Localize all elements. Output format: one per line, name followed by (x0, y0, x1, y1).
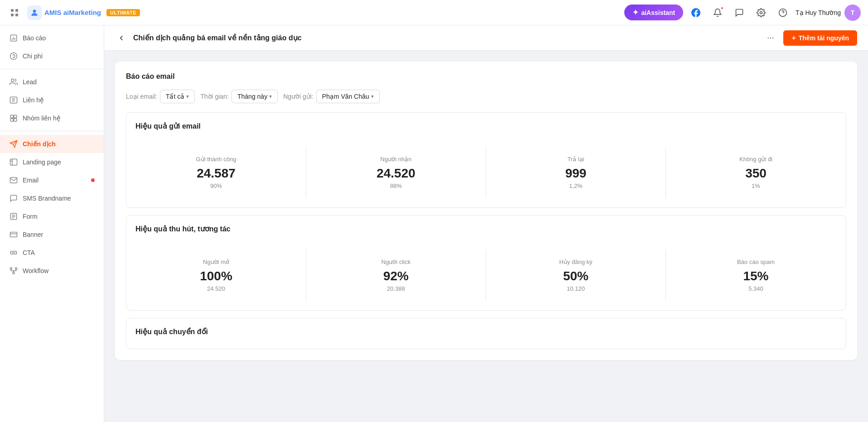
time-select[interactable]: Tháng này ▾ (231, 90, 278, 103)
send-section-title: Hiệu quả gửi email (126, 122, 846, 138)
sidebar-divider-2 (0, 131, 104, 131)
sidebar-item-form[interactable]: Form (0, 207, 104, 225)
svg-point-5 (760, 11, 762, 14)
sender-label: Người gửi: (283, 93, 313, 100)
svg-rect-22 (15, 268, 17, 269)
chat-icon[interactable] (732, 5, 747, 20)
sidebar-item-banner[interactable]: Banner (0, 225, 104, 244)
stat-nguoi-mo: Người mở 100% 24.520 (126, 249, 306, 301)
group-icon (9, 114, 18, 123)
stat-value-0: 24.587 (197, 166, 236, 181)
add-resource-button[interactable]: + Thêm tài nguyên (783, 30, 857, 46)
logo[interactable]: AMIS aiMarketing (27, 5, 101, 20)
email-badge (91, 178, 95, 182)
stat-nguoi-click: Người click 92% 20.388 (306, 249, 486, 301)
eng-sub-1: 20.388 (387, 285, 405, 292)
eng-value-1: 92% (383, 269, 409, 283)
sidebar-item-chi-phi[interactable]: Chi phí (0, 47, 104, 65)
grid-icon[interactable] (7, 5, 22, 20)
conversion-section: Hiệu quả chuyển đổi (126, 318, 846, 349)
stat-value-1: 24.520 (376, 166, 415, 181)
email-type-select[interactable]: Tất cả ▾ (160, 90, 195, 103)
stat-khong-gui-di: Không gửi đi 350 1% (666, 147, 846, 198)
sender-value: Phạm Văn Châu (322, 93, 369, 100)
sidebar-label-chien-dich: Chiến dịch (23, 140, 95, 148)
svg-rect-12 (10, 115, 13, 118)
sidebar-divider-1 (0, 69, 104, 69)
svg-point-25 (770, 37, 771, 38)
content-area: Báo cáo email Loại email: Tất cả ▾ Thời … (104, 51, 868, 371)
email-type-value: Tất cả (166, 93, 184, 100)
svg-point-4 (33, 10, 36, 13)
notification-badge (720, 6, 724, 10)
stat-label-3: Không gửi đi (739, 156, 772, 163)
settings-icon[interactable] (754, 5, 768, 20)
sidebar-item-landing-page[interactable]: Landing page (0, 153, 104, 171)
ai-assistant-button[interactable]: ✦ aiAssistant (624, 5, 683, 20)
back-button[interactable] (115, 32, 128, 44)
sidebar-label-workflow: Workflow (23, 267, 95, 274)
ai-btn-label: aiAssistant (641, 9, 675, 16)
stat-label-0: Gửi thành công (196, 156, 236, 163)
engagement-section: Hiệu quả thu hút, tương tác Người mở 100… (126, 215, 846, 311)
campaign-icon (9, 139, 18, 149)
send-effectiveness-section: Hiệu quả gửi email Gửi thành công 24.587… (126, 112, 846, 208)
chart-icon (9, 34, 18, 43)
stat-huy-dang-ky: Hủy đăng ký 50% 10.120 (486, 249, 666, 301)
page-title: Chiến dịch quảng bá email về nền tảng gi… (133, 34, 758, 42)
engagement-stats-grid: Người mở 100% 24.520 Người click 92% 20.… (126, 249, 846, 301)
sidebar-item-chien-dich[interactable]: Chiến dịch (0, 135, 104, 153)
sidebar-item-sms-brandname[interactable]: SMS Brandname (0, 189, 104, 207)
time-value: Tháng này (237, 93, 267, 100)
eng-sub-2: 10.120 (567, 285, 585, 292)
eng-sub-3: 5.340 (748, 285, 763, 292)
filter-email-type: Loại email: Tất cả ▾ (126, 90, 195, 103)
stat-sub-1: 88% (390, 182, 402, 189)
people-icon (9, 77, 18, 86)
logo-icon (27, 5, 42, 20)
eng-value-0: 100% (200, 269, 232, 283)
sms-icon (9, 194, 18, 203)
sidebar-label-chi-phi: Chi phí (23, 53, 95, 60)
sidebar-item-email[interactable]: Email (0, 171, 104, 189)
svg-rect-14 (10, 119, 13, 121)
report-card: Báo cáo email Loại email: Tất cả ▾ Thời … (115, 62, 857, 360)
svg-rect-19 (10, 232, 17, 237)
ai-icon: ✦ (632, 8, 638, 17)
eng-label-2: Hủy đăng ký (559, 259, 592, 265)
sidebar-item-lead[interactable]: Lead (0, 73, 104, 91)
sidebar-item-lien-he[interactable]: Liên hệ (0, 91, 104, 109)
sidebar-item-workflow[interactable]: Workflow (0, 262, 104, 280)
stat-value-2: 999 (565, 166, 587, 181)
notification-icon[interactable] (710, 5, 725, 20)
sidebar: Báo cáo Chi phí Lead Liên hệ (0, 25, 104, 422)
filters-bar: Loại email: Tất cả ▾ Thời gian: Tháng nà… (126, 90, 846, 103)
user-menu[interactable]: Tạ Huy Thường T (796, 5, 861, 21)
more-options-button[interactable] (763, 31, 778, 45)
svg-rect-13 (14, 115, 17, 118)
svg-point-10 (11, 79, 14, 82)
email-type-label: Loại email: (126, 93, 157, 100)
facebook-icon[interactable] (689, 5, 703, 20)
sidebar-item-cta[interactable]: CTA (0, 244, 104, 262)
stat-tra-lai: Trả lại 999 1,2% (486, 147, 666, 198)
stat-label-2: Trả lại (567, 156, 584, 163)
eng-label-1: Người click (381, 259, 410, 265)
brand-name: AMIS aiMarketing (44, 9, 101, 16)
add-btn-label: Thêm tài nguyên (799, 34, 849, 42)
time-label: Thời gian: (200, 93, 229, 100)
help-icon[interactable] (776, 5, 790, 20)
svg-point-26 (773, 37, 774, 38)
sidebar-label-sms-brandname: SMS Brandname (23, 195, 95, 202)
form-icon (9, 212, 18, 221)
sidebar-item-bao-cao[interactable]: Báo cáo (0, 29, 104, 47)
svg-point-9 (10, 53, 17, 60)
stat-sub-3: 1% (752, 182, 760, 189)
sidebar-label-lien-he: Liên hệ (23, 96, 95, 104)
dollar-icon (9, 52, 18, 61)
username: Tạ Huy Thường (796, 9, 841, 16)
sender-select[interactable]: Phạm Văn Châu ▾ (316, 90, 380, 103)
topnav: AMIS aiMarketing ULTIMATE ✦ aiAssistant … (0, 0, 868, 25)
avatar: T (844, 5, 861, 21)
sidebar-item-nhom-lien-he[interactable]: Nhóm liên hệ (0, 109, 104, 127)
